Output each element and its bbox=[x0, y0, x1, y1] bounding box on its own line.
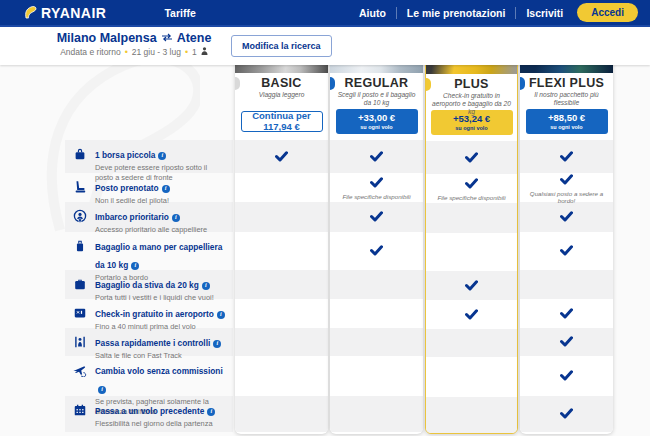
top-navbar: RYANAIR Tariffe Aiuto Le mie prenotazion… bbox=[0, 0, 650, 27]
feature-row-label: Bagaglio da stiva da 20 kgiPorta tutti i… bbox=[65, 270, 233, 299]
fare-tagline: Check-in gratuito in aeroporto e bagagli… bbox=[426, 91, 517, 117]
fare-tagline: Scegli il posto e il bagaglio da 10 kg bbox=[330, 90, 423, 107]
feature-cell: Qualsiasi posto a sedere a bordo! bbox=[520, 173, 613, 202]
trip-dates: 21 giu - 3 lug bbox=[132, 47, 181, 57]
feature-labels-column: 1 borsa piccolaiDeve potere essere ripos… bbox=[65, 57, 233, 434]
price-button-label: +88,50 € bbox=[548, 113, 585, 123]
check-icon bbox=[465, 149, 478, 167]
feature-row-label: Cambia volo senza commissioniiSe previst… bbox=[65, 356, 233, 396]
feature-cell-note: File specifiche disponibili bbox=[435, 194, 507, 201]
fare-card-plus: PLUSCheck-in gratuito in aeroporto e bag… bbox=[425, 57, 518, 434]
feature-cell bbox=[520, 299, 613, 328]
info-icon[interactable]: i bbox=[207, 408, 215, 416]
info-icon[interactable]: i bbox=[131, 262, 139, 270]
ryanair-logo[interactable]: RYANAIR bbox=[24, 5, 106, 21]
info-icon[interactable]: i bbox=[172, 214, 180, 222]
info-icon[interactable]: i bbox=[162, 185, 170, 193]
feature-cell bbox=[330, 396, 423, 432]
nav-separator bbox=[515, 7, 516, 19]
route-summary: Milano Malpensa Atene Andata e ritorno •… bbox=[70, 31, 198, 57]
feature-title: Posto prenotatoi bbox=[95, 183, 170, 193]
feature-cell bbox=[520, 356, 613, 396]
nav-link-aiuto[interactable]: Aiuto bbox=[359, 7, 386, 19]
feature-title: Bagaglio da stiva da 20 kgi bbox=[95, 280, 210, 290]
nav-separator bbox=[396, 7, 397, 19]
modify-search-button[interactable]: Modifica la ricerca bbox=[231, 35, 332, 57]
tab-tariffe[interactable]: Tariffe bbox=[164, 7, 195, 19]
check-icon bbox=[465, 277, 478, 295]
feature-title: Passa rapidamente i controllii bbox=[95, 338, 221, 348]
price-button-label: +33,00 € bbox=[358, 113, 395, 123]
feature-cell bbox=[235, 202, 328, 232]
feature-cell bbox=[520, 140, 613, 173]
fare-select-button[interactable]: +88,50 €su ogni volo bbox=[526, 109, 608, 134]
feature-cell bbox=[520, 202, 613, 232]
nav-link-prenotazioni[interactable]: Le mie prenotazioni bbox=[407, 7, 506, 19]
price-button-sublabel: su ogni volo bbox=[455, 125, 487, 131]
feature-cell bbox=[235, 356, 328, 396]
check-icon bbox=[370, 148, 383, 166]
feature-cell bbox=[426, 357, 517, 397]
check-icon bbox=[560, 242, 573, 260]
price-button-sublabel: su ogni volo bbox=[360, 124, 392, 130]
check-icon bbox=[465, 306, 478, 324]
feature-cell bbox=[520, 396, 613, 432]
check-icon bbox=[370, 174, 383, 192]
info-icon[interactable]: i bbox=[158, 152, 166, 160]
feature-cell bbox=[235, 173, 328, 202]
info-icon[interactable]: i bbox=[98, 386, 106, 394]
info-icon[interactable]: i bbox=[217, 311, 225, 319]
feature-cell bbox=[330, 140, 423, 173]
feature-row-label: Check-in gratuito in aeroportoiFino a 40… bbox=[65, 299, 233, 328]
feature-cell bbox=[426, 233, 517, 271]
feature-cell bbox=[235, 396, 328, 432]
trip-type: Andata e ritorno bbox=[60, 47, 120, 57]
dot-separator: • bbox=[125, 47, 128, 57]
feature-description: Flessibilità nel giorno della partenza bbox=[95, 419, 215, 429]
feature-cell bbox=[235, 328, 328, 356]
feature-title: 1 borsa piccolai bbox=[95, 150, 166, 160]
feature-cell bbox=[330, 328, 423, 356]
feature-cell bbox=[235, 299, 328, 328]
feature-row-label: 1 borsa piccolaiDeve potere essere ripos… bbox=[65, 140, 233, 173]
login-button[interactable]: Accedi bbox=[577, 3, 638, 22]
check-icon bbox=[370, 208, 383, 226]
fare-select-button[interactable]: +33,00 €su ogni volo bbox=[336, 109, 418, 134]
nav-link-iscriviti[interactable]: Iscriviti bbox=[526, 7, 563, 19]
check-icon bbox=[275, 148, 288, 166]
check-icon bbox=[560, 171, 573, 189]
fare-card-flexi-plus: FLEXI PLUSIl nostro pacchetto più flessi… bbox=[520, 57, 613, 434]
feature-cell bbox=[426, 300, 517, 329]
fare-card-basic: BASICViaggia leggeroContinua per 117,94 … bbox=[235, 57, 328, 434]
feature-cell bbox=[426, 271, 517, 300]
fast-track-icon bbox=[71, 335, 88, 356]
cabin-bag-icon bbox=[71, 239, 88, 270]
feature-cell bbox=[235, 270, 328, 299]
feature-title: Passa a un volo precedentei bbox=[95, 406, 215, 416]
price-button-sublabel: su ogni volo bbox=[550, 124, 582, 130]
feature-row-label: Passa rapidamente i controlliiSalta le f… bbox=[65, 328, 233, 356]
fare-name: BASIC bbox=[235, 76, 328, 90]
seat-icon bbox=[71, 180, 88, 202]
fare-name: FLEXI PLUS bbox=[520, 76, 613, 90]
check-in-icon bbox=[71, 306, 88, 328]
feature-title: Check-in gratuito in aeroportoi bbox=[95, 309, 225, 319]
calendar-icon bbox=[71, 403, 88, 432]
check-icon bbox=[465, 175, 478, 193]
change-flight-icon bbox=[71, 363, 88, 396]
feature-cell bbox=[330, 202, 423, 232]
fare-name: REGULAR bbox=[330, 76, 423, 90]
price-button-label: Continua per 117,94 € bbox=[242, 111, 322, 132]
info-icon[interactable]: i bbox=[202, 282, 210, 290]
feature-row-label: Bagaglio a mano per cappelliera da 10 kg… bbox=[65, 232, 233, 270]
route-destination: Atene bbox=[177, 31, 212, 45]
passenger-count: 1 bbox=[192, 47, 197, 57]
info-icon[interactable]: i bbox=[213, 340, 221, 348]
feature-cell bbox=[426, 141, 517, 174]
round-trip-icon bbox=[161, 31, 173, 45]
fare-select-button[interactable]: Continua per 117,94 € bbox=[241, 111, 323, 132]
feature-title: Bagaglio a mano per cappelliera da 10 kg… bbox=[95, 242, 222, 270]
feature-cell bbox=[330, 270, 423, 299]
route-origin: Milano Malpensa bbox=[57, 31, 157, 45]
small-bag-icon bbox=[71, 147, 88, 173]
